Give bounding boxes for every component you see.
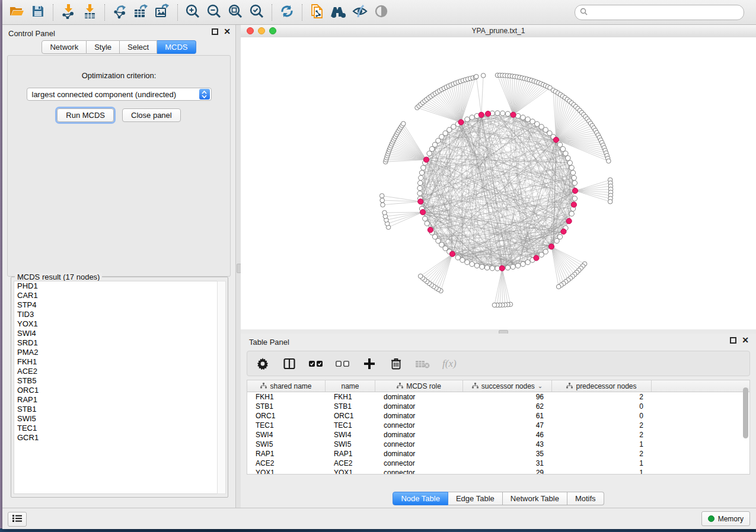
mcds-result-item[interactable]: ORC1 [14, 386, 217, 395]
mcds-result-item[interactable]: TEC1 [14, 424, 217, 433]
column-header-predecessor-nodes[interactable]: predecessor nodes [552, 380, 652, 392]
minimize-window-icon[interactable] [258, 27, 265, 34]
mcds-result-item[interactable]: PMA2 [14, 348, 217, 357]
table-row[interactable]: TEC1TEC1connector472 [247, 421, 749, 430]
import-network-button[interactable] [58, 2, 79, 23]
mcds-result-title: MCDS result (17 nodes) [15, 273, 102, 281]
mcds-list-scrollbar[interactable] [217, 281, 226, 494]
search-field[interactable] [575, 5, 744, 20]
table-cell: RAP1 [247, 450, 326, 458]
mcds-result-item[interactable]: ACE2 [14, 367, 217, 376]
table-cell: connector [375, 421, 463, 430]
zoom-selected-button[interactable] [246, 2, 267, 23]
tab-motifs[interactable]: Motifs [567, 492, 604, 505]
zoom-out-button[interactable] [203, 2, 225, 23]
mcds-result-item[interactable]: RAP1 [14, 395, 217, 405]
table-cell: connector [375, 440, 463, 448]
close-panel-icon[interactable]: ✕ [742, 337, 749, 344]
control-panel-tabs: Network Style Select MCDS [2, 40, 235, 54]
float-panel-icon[interactable] [212, 28, 218, 35]
toolbar-separator [272, 4, 272, 21]
table-cell: 47 [463, 421, 552, 430]
table-row[interactable]: ORC1ORC1dominator610 [247, 411, 749, 421]
float-panel-icon[interactable] [730, 337, 736, 344]
table-scrollbar-thumb[interactable] [743, 387, 748, 438]
mcds-result-item[interactable]: SRD1 [14, 338, 217, 348]
table-settings-button[interactable] [256, 357, 270, 371]
mcds-result-item[interactable]: TID3 [14, 310, 217, 319]
new-network-from-selection-button[interactable] [307, 2, 328, 23]
table-row[interactable]: SWI5SWI5connector431 [247, 440, 749, 449]
mcds-result-item[interactable]: PHD1 [14, 281, 217, 291]
show-columns-button[interactable] [282, 357, 296, 371]
tab-network[interactable]: Network [42, 40, 87, 54]
close-panel-button[interactable]: Close panel [122, 108, 181, 122]
horizontal-splitter[interactable] [241, 329, 756, 334]
table-row[interactable]: STB1STB1dominator620 [247, 402, 749, 411]
show-panels-button[interactable] [8, 512, 27, 527]
table-cell: ACE2 [326, 459, 375, 467]
export-table-button[interactable] [130, 2, 152, 23]
show-all-button[interactable] [371, 2, 392, 23]
table-row[interactable]: SWI4SWI4dominator462 [247, 430, 749, 440]
table-toolbar: f(x) [247, 351, 750, 376]
export-image-button[interactable] [152, 2, 173, 23]
tab-node-table[interactable]: Node Table [393, 492, 448, 505]
export-image-icon [155, 4, 170, 21]
tab-style[interactable]: Style [87, 40, 120, 54]
maximize-window-icon[interactable] [269, 27, 276, 34]
mcds-result-item[interactable]: STP4 [14, 300, 217, 310]
mcds-result-item[interactable]: YOX1 [14, 319, 217, 329]
network-canvas[interactable] [241, 37, 756, 329]
memory-button[interactable]: Memory [701, 511, 750, 526]
column-header-shared-name[interactable]: shared name [247, 380, 326, 392]
table-cell: RAP1 [326, 450, 375, 458]
mcds-result-item[interactable]: STB5 [14, 376, 217, 386]
mcds-result-item[interactable]: FKH1 [14, 357, 217, 367]
mcds-result-item[interactable]: CAR1 [14, 291, 217, 300]
table-panel: Table Panel ✕ [241, 334, 756, 508]
criterion-select[interactable]: largest connected component (undirected) [27, 88, 212, 101]
export-table-icon [133, 4, 149, 21]
tab-edge-table[interactable]: Edge Table [448, 492, 503, 505]
hide-selected-button[interactable] [349, 2, 371, 23]
criterion-selected-value: largest connected component (undirected) [27, 90, 199, 99]
tab-select[interactable]: Select [120, 40, 157, 54]
mcds-result-item[interactable]: STB1 [14, 405, 217, 414]
first-neighbors-button[interactable] [328, 2, 349, 23]
table-row[interactable]: YOX1YOX1connector291 [247, 468, 749, 475]
deselect-all-button[interactable] [336, 357, 350, 371]
add-column-button[interactable] [362, 357, 377, 371]
mcds-result-list[interactable]: PHD1CAR1STP4TID3YOX1SWI4SRD1PMA2FKH1ACE2… [14, 281, 218, 494]
network-graph [241, 37, 756, 329]
column-header-name[interactable]: name [326, 380, 375, 392]
zoom-in-button[interactable] [182, 2, 203, 23]
tab-network-table[interactable]: Network Table [503, 492, 567, 505]
mcds-result-item[interactable]: GCR1 [14, 433, 217, 443]
close-window-icon[interactable] [247, 27, 254, 34]
delete-column-button[interactable] [389, 357, 403, 371]
open-file-button[interactable] [6, 2, 27, 23]
network-titlebar[interactable]: YPA_prune.txt_1 [241, 25, 756, 38]
tab-mcds[interactable]: MCDS [157, 40, 196, 54]
tree-icon [397, 382, 403, 390]
save-session-button[interactable] [27, 2, 49, 23]
select-all-button[interactable] [309, 357, 323, 371]
search-input[interactable] [591, 8, 739, 17]
binoculars-icon [330, 5, 347, 20]
table-row[interactable]: ACE2ACE2connector311 [247, 459, 749, 468]
close-panel-icon[interactable]: ✕ [224, 28, 231, 35]
apply-layout-button[interactable] [276, 2, 298, 23]
mcds-result-item[interactable]: SWI4 [14, 329, 217, 338]
mcds-result-item[interactable]: SWI5 [14, 414, 217, 424]
import-table-button[interactable] [79, 2, 100, 23]
column-header-successor-nodes[interactable]: successor nodes⌄ [463, 380, 552, 392]
column-header-MCDS-role[interactable]: MCDS role [375, 380, 463, 392]
table-cell: 1 [552, 469, 652, 475]
table-row[interactable]: RAP1RAP1dominator352 [247, 449, 749, 459]
run-mcds-button[interactable]: Run MCDS [57, 108, 114, 122]
export-network-button[interactable] [109, 2, 130, 23]
zoom-fit-button[interactable] [225, 2, 246, 23]
node-table[interactable]: shared namenameMCDS rolesuccessor nodes⌄… [247, 380, 750, 475]
table-row[interactable]: FKH1FKH1dominator962 [247, 392, 749, 402]
